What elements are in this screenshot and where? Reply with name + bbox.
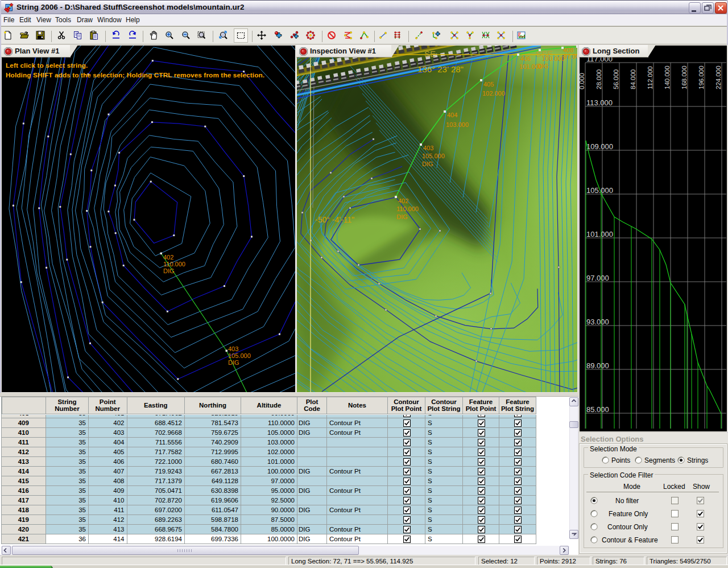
svg-text:403: 403 [228, 345, 238, 352]
svg-text:SSE: SSE [536, 49, 553, 59]
svg-text:97.000: 97.000 [586, 274, 609, 282]
svg-text:DIG: DIG [228, 359, 239, 366]
svg-text:28.000: 28.000 [595, 69, 602, 89]
svg-text:85.000: 85.000 [586, 405, 609, 414]
svg-text:402: 402 [163, 254, 173, 261]
svg-text:DIG: DIG [396, 213, 408, 220]
svg-text:196.000: 196.000 [698, 65, 705, 89]
svg-text:102.000: 102.000 [482, 90, 505, 97]
svg-text:112.000: 112.000 [647, 66, 653, 89]
svg-text:224.000: 224.000 [715, 65, 722, 89]
svg-text:101.000: 101.000 [586, 230, 613, 238]
svg-text:DIG: DIG [422, 160, 433, 167]
svg-text:DIG: DIG [537, 63, 549, 69]
svg-text:0.000: 0.000 [580, 73, 585, 89]
svg-text:103.000: 103.000 [446, 121, 469, 128]
svg-text:403: 403 [423, 145, 433, 151]
svg-text:140.000: 140.000 [664, 65, 671, 89]
svg-text:105.000: 105.000 [422, 153, 445, 159]
svg-text:168.000: 168.000 [681, 65, 688, 89]
svg-text:402: 402 [398, 197, 408, 204]
svg-text:93.000: 93.000 [586, 318, 609, 326]
svg-text:97.00: 97.00 [564, 53, 577, 60]
svg-text:84.000: 84.000 [630, 69, 636, 89]
svg-text:405: 405 [483, 81, 494, 88]
svg-text:109.000: 109.000 [586, 142, 613, 151]
svg-text:136° 23' 28": 136° 23' 28" [417, 64, 464, 74]
svg-text:406: 406 [520, 55, 531, 62]
svg-text:56.000: 56.000 [613, 69, 619, 89]
svg-text:113.000: 113.000 [586, 98, 613, 107]
svg-text:110.000: 110.000 [396, 205, 419, 212]
svg-text:-50° -4'-11": -50° -4'-11" [315, 215, 354, 224]
svg-text:SE: SE [424, 49, 436, 59]
svg-text:105.000: 105.000 [228, 352, 251, 359]
svg-text:89.000: 89.000 [586, 361, 609, 370]
svg-text:110.000: 110.000 [163, 261, 185, 267]
svg-text:404: 404 [447, 112, 457, 118]
svg-text:DIG: DIG [163, 267, 175, 274]
